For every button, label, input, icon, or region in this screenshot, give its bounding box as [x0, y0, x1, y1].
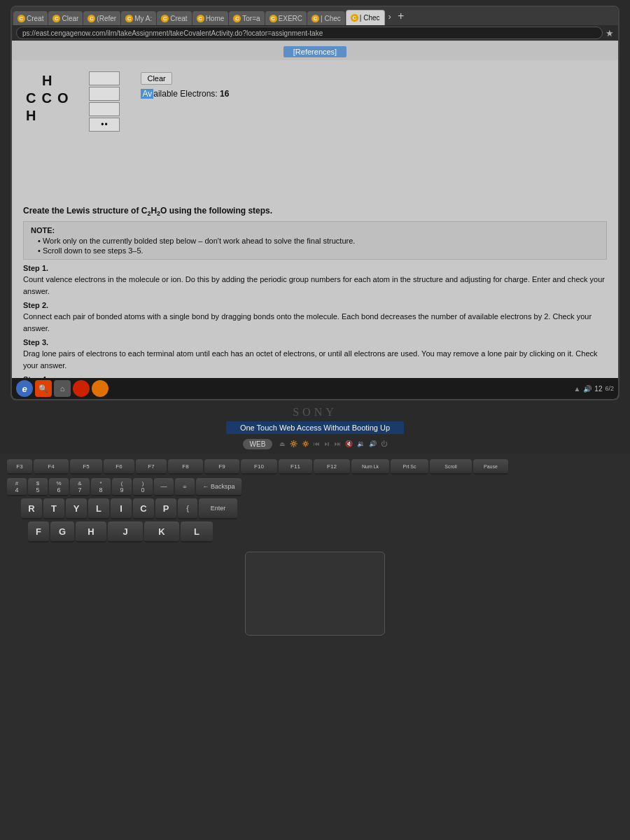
page-content: [References] H C C O	[12, 41, 618, 399]
electron-slot-1[interactable]	[89, 71, 120, 85]
tab-icon: C	[270, 15, 277, 22]
key-prtsc[interactable]: Prt Sc	[391, 459, 428, 475]
taskbar-red-circle[interactable]	[73, 380, 90, 397]
key-t[interactable]: T	[43, 498, 64, 519]
key-ampersand[interactable]: &7	[70, 478, 90, 496]
key-percent[interactable]: %6	[49, 478, 69, 496]
key-bracket-open[interactable]: {	[178, 498, 197, 519]
available-label-rest: ailable Electrons:	[153, 89, 220, 99]
key-f7[interactable]: F7	[136, 459, 167, 475]
tab-mya[interactable]: C My A:	[121, 11, 156, 25]
references-button[interactable]: [References]	[284, 46, 346, 57]
browser-tabs-bar: C Creat C Clear C (Refer C My A: C Cre	[12, 7, 618, 25]
tab-more-btn[interactable]: ›	[386, 11, 394, 22]
key-k[interactable]: K	[144, 522, 179, 542]
sony-logo: SONY	[293, 406, 337, 419]
step-1-text: Count valence electrons in the molecule …	[23, 274, 607, 297]
key-l[interactable]: L	[181, 522, 213, 542]
key-paren-open[interactable]: (9	[112, 478, 132, 496]
key-backspace[interactable]: ← Backspa	[196, 478, 241, 496]
note-bullet-2: • Scroll down to see steps 3–5.	[38, 246, 599, 255]
web-button[interactable]: WEB	[243, 439, 273, 449]
note-section: NOTE: • Work only on the currently bolde…	[23, 221, 607, 260]
atom-C1: C	[26, 90, 36, 106]
electron-slot-3[interactable]	[89, 102, 120, 116]
step-3-title: Step 3.	[23, 338, 607, 346]
tab-label-active: | Chec	[360, 14, 380, 22]
tab-label: Tor=a	[242, 15, 260, 22]
tab-exerc[interactable]: C EXERC	[265, 11, 307, 25]
key-g[interactable]: G	[50, 522, 74, 542]
key-dollar[interactable]: $5	[28, 478, 48, 496]
atom-O: O	[57, 90, 69, 106]
key-numlk[interactable]: Num Lk	[351, 459, 389, 475]
step-1-title: Step 1.	[23, 264, 607, 272]
taskbar-speaker-icon: 🔊	[583, 385, 592, 393]
electron-slot-dots[interactable]: ••	[89, 118, 120, 132]
key-f8[interactable]: F8	[168, 459, 203, 475]
fn-key-area: ⏏ 🔆 🔅 ⏮ ⏯ ⏭ 🔇 🔉 🔊 ⏻	[279, 440, 387, 447]
page-title: Create the Lewis structure of C2H2O usin…	[23, 206, 607, 217]
key-f12[interactable]: F12	[314, 459, 350, 475]
key-scroll[interactable]: Scroll	[430, 459, 472, 475]
one-touch-bar: One Touch Web Access Without Booting Up	[226, 421, 404, 434]
key-l-up[interactable]: L	[88, 498, 109, 519]
key-f3[interactable]: F3	[7, 459, 32, 475]
key-r[interactable]: R	[21, 498, 42, 519]
key-h[interactable]: H	[76, 522, 106, 542]
tab-creat2[interactable]: C Creat	[157, 11, 191, 25]
key-asterisk[interactable]: *8	[91, 478, 111, 496]
key-j[interactable]: J	[108, 522, 143, 542]
atom-H-top: H	[42, 73, 52, 89]
tab-clear[interactable]: C Clear	[48, 11, 83, 25]
key-paren-close[interactable]: )0	[133, 478, 153, 496]
key-y[interactable]: Y	[66, 498, 87, 519]
key-minus[interactable]: —	[154, 478, 174, 496]
note-label: NOTE:	[31, 226, 599, 234]
tab-label: Home	[206, 15, 225, 22]
electron-slot-2[interactable]	[89, 87, 120, 101]
key-enter[interactable]: Enter	[199, 498, 237, 519]
keyboard-area: F3 F4 F5 F6 F7 F8 F9 F10 F11 F12 Num Lk …	[0, 454, 630, 840]
tab-chec2-active[interactable]: C | Chec	[346, 10, 385, 25]
key-f4[interactable]: F4	[34, 459, 69, 475]
key-f5[interactable]: F5	[70, 459, 102, 475]
taskbar-search-icon[interactable]: 🔍	[35, 380, 52, 397]
key-p[interactable]: P	[155, 498, 176, 519]
atom-C2: C	[41, 90, 51, 106]
touchpad-area[interactable]	[245, 552, 385, 636]
key-f9[interactable]: F9	[204, 459, 239, 475]
note-bullet-1: • Work only on the currently bolded step…	[38, 237, 599, 245]
taskbar-orange-circle[interactable]	[92, 380, 108, 397]
tab-home[interactable]: C Home	[192, 11, 229, 25]
key-pause[interactable]: Pause	[473, 459, 508, 475]
tab-creat1[interactable]: C Creat	[13, 11, 48, 25]
taskbar-ie-icon[interactable]: e	[16, 380, 33, 397]
key-hash[interactable]: #4	[7, 478, 27, 496]
taskbar-signal-icon: ▲	[573, 385, 580, 393]
taskbar-date: 6/2	[605, 385, 614, 392]
tab-label: Creat	[170, 15, 187, 22]
taskbar-home-icon[interactable]: ⌂	[54, 380, 71, 397]
available-electrons-label-text: Av	[141, 89, 153, 99]
tab-add-btn[interactable]: +	[395, 10, 407, 22]
key-f11[interactable]: F11	[279, 459, 312, 475]
key-c[interactable]: C	[133, 498, 154, 519]
tab-icon: C	[125, 15, 133, 22]
step-3-text: Drag lone pairs of electrons to each ter…	[23, 348, 607, 371]
key-f-letter[interactable]: F	[28, 522, 49, 542]
available-electrons-count: 16	[220, 89, 229, 99]
key-equals[interactable]: =	[175, 478, 195, 496]
tab-label: (Refer	[97, 15, 116, 22]
address-input[interactable]: ps://east.cengagenow.com/ilrn/takeAssign…	[16, 27, 603, 39]
clear-button[interactable]: Clear	[141, 72, 172, 85]
key-f6[interactable]: F6	[104, 459, 134, 475]
key-i[interactable]: I	[111, 498, 132, 519]
address-text: ps://east.cengagenow.com/ilrn/takeAssign…	[22, 29, 323, 37]
tab-chec1[interactable]: C | Chec	[307, 11, 345, 25]
tab-refer[interactable]: C (Refer	[83, 11, 120, 25]
bookmark-star-icon[interactable]: ★	[606, 28, 614, 38]
key-f10[interactable]: F10	[241, 459, 277, 475]
tab-tor[interactable]: C Tor=a	[229, 11, 264, 25]
tab-label: Creat	[27, 15, 43, 22]
